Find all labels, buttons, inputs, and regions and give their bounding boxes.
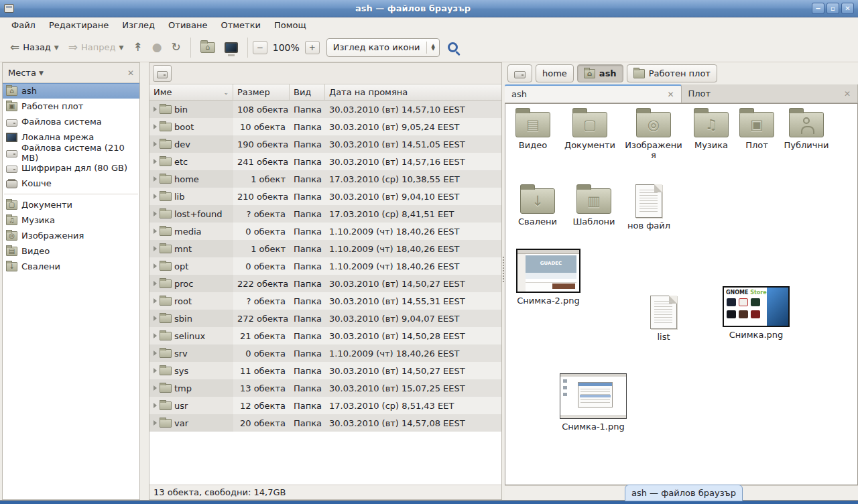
expander-icon[interactable] — [154, 298, 157, 304]
titlebar[interactable]: ash — файлов браузър − ▫ ✕ — [0, 0, 858, 17]
table-row[interactable]: mnt1 обектПапка1.10.2009 (чт) 18,40,26 E… — [149, 240, 501, 257]
search-icon[interactable] — [448, 42, 458, 52]
table-row[interactable]: var20 обектаПапка30.03.2010 (вт) 14,57,0… — [149, 414, 501, 432]
home-button[interactable]: ⌂ — [196, 39, 220, 56]
icon-view[interactable]: ▤Видео▢Документи◎Изображения♫Музика▣Плот… — [505, 103, 858, 485]
column-size[interactable]: Размер — [233, 84, 290, 100]
expander-icon[interactable] — [154, 333, 157, 338]
cell-name[interactable]: var — [149, 414, 233, 432]
view-mode-select[interactable]: Изглед като икони ▲▼ — [326, 38, 440, 57]
icon-item[interactable]: ▣Плот — [737, 112, 776, 150]
table-row[interactable]: root? обектаПапка30.03.2010 (вт) 14,55,3… — [149, 292, 501, 310]
sidebar-item[interactable]: ▣Работен плот — [3, 99, 139, 114]
sidebar-close-icon[interactable]: ✕ — [127, 68, 134, 78]
table-row[interactable]: opt0 обектаПапка1.10.2009 (чт) 18,40,26 … — [149, 257, 501, 275]
column-date[interactable]: Дата на промяна — [325, 84, 501, 100]
expander-icon[interactable] — [154, 159, 157, 164]
breadcrumb-button[interactable] — [507, 64, 532, 82]
taskbar-window-button[interactable]: ash — файлов браузър — [625, 485, 743, 501]
sidebar-item[interactable]: Файлова система (210 MB) — [3, 145, 139, 160]
menu-item-5[interactable]: Помощ — [268, 18, 312, 32]
icon-item[interactable]: Снимка-1.png — [559, 373, 627, 432]
icon-item[interactable]: GUADECСнимка-2.png — [515, 249, 582, 306]
expander-icon[interactable] — [154, 176, 157, 182]
sidebar-item[interactable]: Шифриран дял (80 GB) — [3, 160, 139, 176]
expander-icon[interactable] — [154, 420, 157, 426]
table-row[interactable]: lost+found? обектаПапка17.03.2010 (ср) 8… — [149, 205, 501, 223]
cell-name[interactable]: opt — [149, 257, 233, 275]
expander-icon[interactable] — [154, 211, 157, 216]
table-row[interactable]: media0 обектаПапка1.10.2009 (чт) 18,40,2… — [149, 223, 501, 240]
cell-name[interactable]: boot — [149, 118, 233, 135]
menu-item-4[interactable]: Отметки — [214, 18, 266, 32]
expander-icon[interactable] — [154, 263, 157, 269]
forward-button[interactable]: ⇒ Напред ▼ — [64, 38, 129, 56]
icon-item[interactable]: ▤Видео — [511, 112, 555, 150]
expander-icon[interactable] — [154, 124, 157, 129]
cell-name[interactable]: proc — [149, 275, 233, 292]
cell-name[interactable]: etc — [149, 153, 233, 170]
sidebar-item[interactable]: ▤Видео — [3, 243, 139, 259]
table-row[interactable]: proc222 обектаПапка30.03.2010 (вт) 14,50… — [149, 275, 501, 292]
sidebar-item[interactable]: Файлова система — [3, 114, 139, 129]
tab-Плот[interactable]: Плот✕ — [682, 84, 858, 103]
sidebar-item[interactable]: ↓Свалени — [3, 259, 139, 274]
table-row[interactable]: usr12 обектаПапка17.03.2010 (ср) 8,51,43… — [149, 397, 501, 414]
cell-name[interactable]: selinux — [149, 327, 233, 344]
table-row[interactable]: bin108 обектаПапка30.03.2010 (вт) 14,57,… — [149, 101, 501, 118]
back-button[interactable]: ⇐ Назад ▼ — [5, 38, 64, 56]
cell-name[interactable]: lost+found — [149, 205, 233, 223]
up-button[interactable]: ↟ — [128, 38, 147, 56]
table-row[interactable]: sys11 обектаПапка30.03.2010 (вт) 14,50,2… — [149, 362, 501, 379]
cell-name[interactable]: lib — [149, 188, 233, 205]
cell-name[interactable]: sbin — [149, 310, 233, 327]
cell-name[interactable]: sys — [149, 362, 233, 379]
sidebar-item[interactable]: ◎Изображения — [3, 228, 139, 243]
expander-icon[interactable] — [154, 281, 157, 286]
table-row[interactable]: sbin272 обектаПапка30.03.2010 (вт) 9,04,… — [149, 310, 501, 327]
column-name[interactable]: Име ⌄ — [149, 84, 233, 100]
cell-name[interactable]: media — [149, 223, 233, 240]
expander-icon[interactable] — [154, 246, 157, 251]
icon-item[interactable]: ↓Свалени — [513, 188, 562, 227]
breadcrumb-button[interactable]: Работен плот — [627, 64, 717, 82]
expander-icon[interactable] — [154, 351, 157, 356]
cell-name[interactable]: mnt — [149, 240, 233, 257]
expander-icon[interactable] — [154, 141, 157, 147]
menu-item-2[interactable]: Изглед — [116, 18, 161, 32]
sidebar-item[interactable]: Кошче — [3, 176, 139, 191]
expander-icon[interactable] — [154, 194, 157, 199]
table-row[interactable]: dev190 обектаПапка30.03.2010 (вт) 14,51,… — [149, 135, 501, 153]
icon-item[interactable]: ▥Шаблони — [568, 188, 619, 227]
cell-name[interactable]: dev — [149, 135, 233, 153]
table-row[interactable]: boot10 обектаПапка30.03.2010 (вт) 9,05,2… — [149, 118, 501, 135]
zoom-in-button[interactable]: + — [305, 41, 320, 54]
table-row[interactable]: etc241 обектаПапка30.03.2010 (вт) 14,57,… — [149, 153, 501, 170]
sidebar-item[interactable]: ♫Музика — [3, 212, 139, 228]
menu-item-1[interactable]: Редактиране — [43, 18, 115, 32]
tab-close-icon[interactable]: ✕ — [667, 90, 674, 99]
expander-icon[interactable] — [154, 229, 157, 234]
icon-item[interactable]: GNOME StoreСнимка.png — [721, 286, 791, 340]
breadcrumb-button[interactable]: ⌂ash — [577, 64, 623, 82]
expander-icon[interactable] — [154, 107, 157, 112]
expander-icon[interactable] — [154, 403, 157, 408]
computer-button[interactable] — [220, 39, 243, 56]
table-row[interactable]: home1 обектПапка17.03.2010 (ср) 10,38,55… — [149, 170, 501, 188]
icon-item[interactable]: ♫Музика — [689, 112, 733, 150]
table-row[interactable]: tmp13 обектаПапка30.03.2010 (вт) 15,07,2… — [149, 379, 501, 397]
table-row[interactable]: selinux21 обектаПапка30.03.2010 (вт) 14,… — [149, 327, 501, 344]
expander-icon[interactable] — [154, 368, 157, 373]
menu-item-0[interactable]: Файл — [5, 18, 42, 32]
icon-item[interactable]: Публични — [779, 112, 834, 150]
cell-name[interactable]: tmp — [149, 379, 233, 397]
cell-name[interactable]: home — [149, 170, 233, 188]
root-path-button[interactable] — [153, 65, 172, 82]
minimize-button[interactable]: − — [812, 3, 824, 14]
table-row[interactable]: srv0 обектаПапка1.10.2009 (чт) 18,40,26 … — [149, 344, 501, 362]
cell-name[interactable]: root — [149, 292, 233, 310]
table-row[interactable]: lib210 обектаПапка30.03.2010 (вт) 9,04,1… — [149, 188, 501, 205]
back-dropdown-icon[interactable]: ▼ — [54, 44, 59, 51]
tab-close-icon[interactable]: ✕ — [844, 89, 851, 99]
cell-name[interactable]: bin — [149, 101, 233, 118]
